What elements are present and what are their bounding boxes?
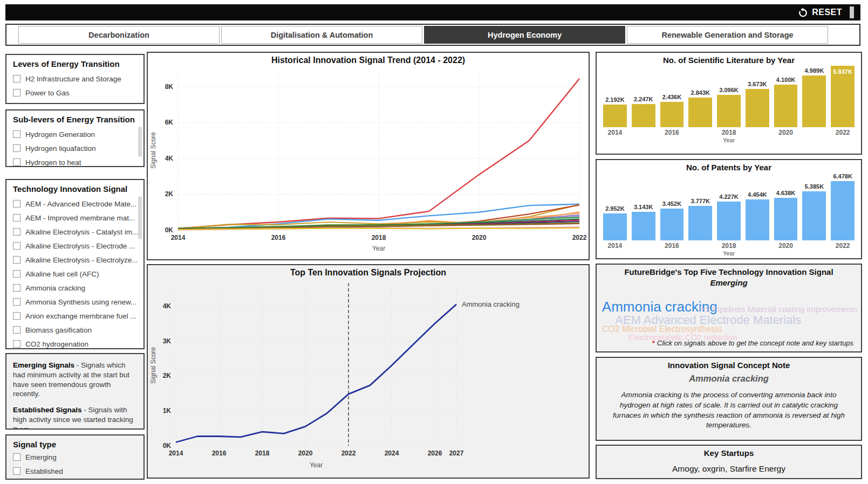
checkbox-item-aem-improved-membrane-mat[interactable]: AEM - Improved membrane mat... [13,211,138,225]
checkbox[interactable] [13,256,20,264]
bar-rect[interactable] [717,202,741,240]
topbar-handle[interactable] [850,6,854,18]
checkbox-item-biomass-gasification[interactable]: Biomass gasification [13,323,138,337]
bar-2018[interactable]: 3.096K [717,87,741,127]
checkbox[interactable] [13,242,20,250]
bar-2016[interactable]: 3.452K [660,200,684,240]
bar-rect[interactable] [802,191,826,240]
checkbox[interactable] [13,298,20,306]
checkbox[interactable] [13,214,20,222]
bar-2014[interactable]: 2.952K [603,205,627,240]
checkbox-item-alkaline-electrolysis-electrode[interactable]: Alkaline Electrolysis - Electrode ... [13,239,138,253]
bar-rect[interactable] [717,95,741,127]
key-startups-names: Amogy, oxgrin, Starfire Energy [597,464,861,474]
filter-title-signal-type: Signal type [13,440,138,449]
bar-rect[interactable] [774,85,798,127]
tab-digitalisation-automation[interactable]: Digitalisation & Automation [221,26,422,44]
tab-renewable-generation-and-storage[interactable]: Renewable Generation and Storage [627,26,828,44]
bar-2015[interactable]: 3.143K [632,204,655,240]
checkbox-item-alkaline-fuel-cell-afc[interactable]: Alkaline fuel cell (AFC) [13,267,138,281]
checkbox[interactable] [13,200,20,208]
bar-rect[interactable] [688,98,712,127]
checkbox-item-anion-exchange-membrane-fuel[interactable]: Anion exchange membrane fuel ... [13,309,138,323]
bar-2019[interactable]: 4.454K [746,191,769,240]
checkbox-label: H2 Infrastructure and Storage [25,75,121,83]
bar-2021[interactable]: 5.385K [802,183,826,240]
bar-rect[interactable]: 5.937K [831,66,855,127]
checkbox-item-ammonia-synthesis-using-renew[interactable]: Ammonia Synthesis using renew... [13,295,138,309]
bar-2015[interactable]: 2.247K [632,96,655,127]
signal-h2-pipelines-material-coating-improvemen[interactable]: H2 Pipelines Material coating improvemen… [700,305,858,313]
filter-sidebar: Levers of Energy Transition H2 Infrastru… [5,50,145,481]
bar-2014[interactable]: 2.192K [603,96,627,127]
svg-text:0K: 0K [163,442,172,450]
bar-2019[interactable]: 3.673K [746,81,769,127]
checkbox-item-power-to-gas[interactable]: Power to Gas [13,86,138,100]
bar-2022[interactable]: 6.478K [831,173,855,240]
checkbox[interactable] [13,326,20,334]
bar-2021[interactable]: 4.989K [802,67,826,127]
checkbox-item-hydrogen-liquafaction[interactable]: Hydrogen liquafaction [13,141,138,155]
bar-rect[interactable] [688,206,712,240]
bar-rect[interactable] [603,213,627,240]
checkbox-item-h2-infrastructure-and-storage[interactable]: H2 Infrastructure and Storage [13,72,138,86]
checkbox-label: Alkaline Electrolysis - Catalyst im... [25,228,138,236]
checkbox-item-hydrogen-generation[interactable]: Hydrogen Generation [13,127,138,141]
checkbox-item-co2-hydrogenation[interactable]: CO2 hydrogenation [13,337,138,349]
checkbox[interactable] [13,228,20,236]
projection-chart[interactable]: 201420162018202020222024202620270K1K2K3K… [148,278,583,472]
bar-2020[interactable]: 4.100K [774,77,798,127]
bar-rect[interactable] [802,75,826,127]
checkbox-item-emerging[interactable]: Emerging [13,450,138,464]
bar-rect[interactable] [746,199,769,240]
checkbox-item-established[interactable]: Established [13,464,138,478]
bar-2017[interactable]: 3.777K [688,198,712,240]
bar-rect[interactable] [774,198,798,240]
checkbox[interactable] [13,130,20,138]
technology-scrollbar[interactable] [138,196,142,239]
bar-2017[interactable]: 2.843K [688,89,712,127]
checkbox[interactable] [13,270,20,278]
checkbox-label: Ammonia Synthesis using renew... [25,298,136,306]
historical-trend-chart[interactable]: 201420162018202020220K2K4K6K8KSignal Sco… [148,65,587,255]
signal-definition: Established Signals - Signals with high … [13,405,138,430]
checkbox-item-hydrogen-to-heat[interactable]: Hydrogen to heat [13,155,138,167]
checkbox[interactable] [13,340,20,348]
x-axis-title: Year [603,137,855,143]
checkbox[interactable] [13,453,20,461]
bar-2022[interactable]: 5.937K [831,66,855,127]
filter-box-technology: Technology Innovation Signal AEM - Advan… [5,179,145,349]
reset-button[interactable]: RESET [798,8,842,18]
checkbox-label: Alkaline Electrolysis - Electrolyze... [25,256,138,264]
checkbox[interactable] [13,312,20,320]
bar-rect[interactable] [632,104,655,127]
tab-hydrogen-economy[interactable]: Hydrogen Economy [424,26,625,44]
checkbox[interactable] [13,89,20,96]
bar-value-label: 2.952K [605,205,624,212]
checkbox[interactable] [13,158,20,166]
bar-2018[interactable]: 4.227K [717,193,741,240]
checkbox[interactable] [13,467,20,475]
filter-title-sublevers: Sub-levers of Energy Transition [13,115,138,124]
checkbox-item-alkaline-electrolysis-catalyst-im[interactable]: Alkaline Electrolysis - Catalyst im... [13,225,138,239]
bar-rect[interactable] [660,209,684,240]
bar-rect[interactable] [632,212,655,240]
bar-2020[interactable]: 4.638K [774,190,798,240]
bar-rect[interactable] [660,102,684,127]
checkbox-item-alkaline-electrolysis-electrolyze[interactable]: Alkaline Electrolysis - Electrolyze... [13,253,138,267]
bar-rect[interactable] [831,181,855,240]
concept-note-title: Innovation Signal Concept Note [597,358,861,370]
bar-2016[interactable]: 2.436K [660,94,684,127]
checkbox-item-aem-advanced-electrode-mate[interactable]: AEM - Advanced Electrode Mate... [13,197,138,211]
checkbox[interactable] [13,75,20,82]
tab-decarbonization[interactable]: Decarbonization [18,26,220,44]
tab-bar: DecarbonizationDigitalisation & Automati… [5,24,860,46]
sublevers-scrollbar[interactable] [138,127,142,157]
checkbox-label: Anion exchange membrane fuel ... [25,312,136,320]
svg-text:2020: 2020 [472,234,487,241]
bar-rect[interactable] [603,105,627,127]
checkbox[interactable] [13,284,20,292]
checkbox-item-ammonia-cracking[interactable]: Ammonia cracking [13,281,138,295]
checkbox[interactable] [13,144,20,152]
bar-rect[interactable] [746,89,769,127]
